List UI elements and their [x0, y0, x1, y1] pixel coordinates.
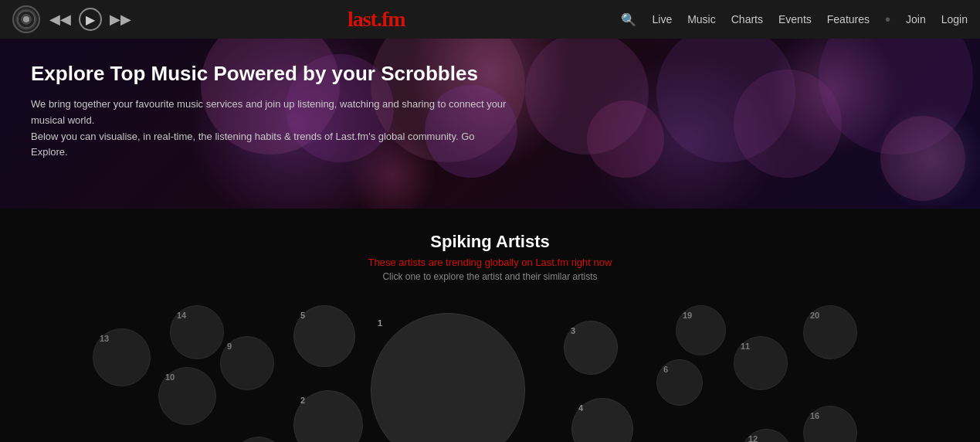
bubble-num-1: 1	[378, 318, 382, 328]
bubble-16[interactable]: 16	[803, 406, 857, 442]
bubble-7[interactable]: 7	[232, 437, 286, 442]
nav-charts[interactable]: Charts	[731, 13, 763, 26]
nav-features[interactable]: Features	[827, 13, 870, 26]
bubble-20[interactable]: 20	[803, 305, 857, 359]
navbar: ◀◀ ▶ ▶▶ last.fm 🔍 Live Music Charts Even…	[0, 0, 980, 39]
vinyl-center	[23, 16, 29, 22]
bubble-14[interactable]: 14	[170, 305, 224, 359]
bubble-num-16: 16	[810, 411, 819, 420]
bubble-num-13: 13	[100, 334, 109, 343]
forward-button[interactable]: ▶▶	[110, 11, 131, 28]
spiking-title: Spiking Artists	[0, 232, 980, 252]
bubble-num-10: 10	[165, 372, 175, 382]
bubble-19[interactable]: 19	[676, 305, 726, 355]
bubble-num-4: 4	[578, 403, 583, 413]
bubble-9[interactable]: 9	[220, 336, 274, 390]
bubble-num-11: 11	[741, 342, 750, 351]
hero-desc-line1: We bring together your favourite music s…	[31, 97, 510, 129]
bubble-11[interactable]: 11	[734, 336, 788, 390]
bubble-num-5: 5	[300, 311, 305, 320]
spiking-subtitle: These artists are trending globally on L…	[0, 257, 980, 268]
bubble-6[interactable]: 6	[656, 359, 703, 406]
bubbles-container: 1234567891011121314151617181920	[0, 298, 980, 442]
spiking-hint: Click one to explore the artist and thei…	[0, 271, 980, 282]
nav-login[interactable]: Login	[941, 13, 968, 26]
bubble-1[interactable]: 1	[371, 313, 525, 442]
bubble-num-14: 14	[177, 311, 186, 320]
nav-live[interactable]: Live	[652, 13, 672, 26]
search-icon[interactable]: 🔍	[621, 12, 636, 27]
logo[interactable]: last.fm	[348, 7, 405, 32]
hero-title: Explore Top Music Powered by your Scrobb…	[31, 62, 510, 86]
hero-desc-line2: Below you can visualise, in real-time, t…	[31, 129, 510, 162]
bubble-num-6: 6	[663, 365, 668, 374]
nav-right: 🔍 Live Music Charts Events Features • Jo…	[621, 11, 968, 29]
spiking-section: Spiking Artists These artists are trendi…	[0, 209, 980, 442]
nav-events[interactable]: Events	[778, 13, 812, 26]
vinyl-icon	[12, 5, 40, 33]
bubble-10[interactable]: 10	[158, 367, 216, 425]
bubble-num-9: 9	[227, 342, 232, 351]
nav-left: ◀◀ ▶ ▶▶	[12, 5, 131, 33]
bubble-num-2: 2	[300, 396, 305, 405]
bubble-num-12: 12	[748, 434, 758, 442]
bubble-num-20: 20	[810, 311, 819, 320]
hero-content: Explore Top Music Powered by your Scrobb…	[0, 39, 541, 184]
hero-banner: Explore Top Music Powered by your Scrobb…	[0, 39, 980, 209]
bubble-5[interactable]: 5	[293, 305, 355, 367]
bubble-13[interactable]: 13	[93, 328, 151, 386]
nav-music[interactable]: Music	[687, 13, 716, 26]
play-button[interactable]: ▶	[79, 8, 102, 31]
bubble-num-19: 19	[683, 311, 692, 320]
bubble-12[interactable]: 12	[741, 429, 792, 442]
bubble-2[interactable]: 2	[293, 390, 363, 442]
rewind-button[interactable]: ◀◀	[49, 11, 71, 28]
nav-center: last.fm	[131, 7, 621, 32]
bubble-3[interactable]: 3	[564, 321, 618, 375]
bubble-4[interactable]: 4	[571, 398, 633, 442]
nav-join[interactable]: Join	[906, 13, 926, 26]
nav-controls: ◀◀ ▶ ▶▶	[49, 8, 131, 31]
bubble-num-3: 3	[571, 326, 575, 335]
nav-separator: •	[885, 11, 890, 29]
